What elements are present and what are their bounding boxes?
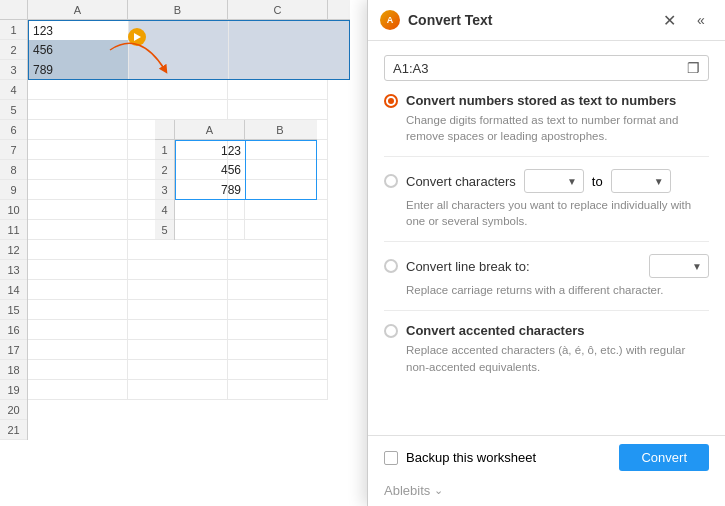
table-row — [28, 240, 350, 260]
result-row-nums: 1 2 3 4 5 — [155, 140, 175, 240]
table-row[interactable]: 123 — [28, 20, 350, 40]
option-convert-characters: Convert characters ▼ to ▼ Enter all char… — [384, 169, 709, 229]
row-num-2: 2 — [0, 40, 27, 60]
row-num-7: 7 — [0, 140, 27, 160]
convert-button[interactable]: Convert — [619, 444, 709, 471]
row-num-11: 11 — [0, 220, 27, 240]
cell-A2[interactable]: 456 — [29, 40, 129, 60]
result-col-headers: A B — [155, 120, 317, 140]
close-button[interactable]: ✕ — [657, 8, 681, 32]
col-headers: A B C — [0, 0, 350, 20]
back-button[interactable]: « — [689, 8, 713, 32]
table-row — [28, 80, 350, 100]
option-line-break: Convert line break to: ▼ Replace carriag… — [384, 254, 709, 298]
row-num-15: 15 — [0, 300, 27, 320]
cell-C3 — [229, 60, 329, 79]
row-num-9: 9 — [0, 180, 27, 200]
dialog-footer: Backup this worksheet Convert — [368, 435, 725, 479]
range-input-wrap[interactable]: ❐ — [384, 55, 709, 81]
result-cell-A3[interactable]: 789 — [176, 180, 246, 199]
result-rn-4: 4 — [155, 200, 174, 220]
table-row — [28, 300, 350, 320]
ablebits-label: Ablebits ⌄ — [384, 483, 443, 498]
table-row[interactable]: 789 — [28, 60, 350, 80]
result-cell-A1[interactable]: 123 — [176, 141, 246, 160]
col-B-header: B — [128, 0, 228, 19]
ablebits-dropdown-arrow-icon[interactable]: ⌄ — [434, 484, 443, 497]
option-accented: Convert accented characters Replace acce… — [384, 323, 709, 374]
to-label: to — [592, 174, 603, 189]
option-numbers-to-text: Convert numbers stored as text to number… — [384, 93, 709, 144]
option-4-desc: Replace accented characters (à, é, ô, et… — [384, 342, 709, 374]
divider-2 — [384, 241, 709, 242]
row-num-18: 18 — [0, 360, 27, 380]
dialog-title: Convert Text — [408, 12, 649, 28]
ablebits-footer: Ablebits ⌄ — [368, 479, 725, 506]
table-row — [28, 340, 350, 360]
radio-numbers-to-text[interactable] — [384, 94, 398, 108]
radio-convert-characters[interactable] — [384, 174, 398, 188]
result-cell-A4 — [175, 200, 245, 219]
result-cell-B2 — [246, 160, 316, 180]
radio-accented[interactable] — [384, 324, 398, 338]
chars-to-arrow-icon: ▼ — [654, 176, 664, 187]
result-rn-2: 2 — [155, 160, 174, 180]
row-num-6: 6 — [0, 120, 27, 140]
result-data-cols: 123 456 789 — [175, 140, 317, 240]
result-col-A-header: A — [175, 120, 245, 139]
range-input[interactable] — [393, 61, 687, 76]
result-cell-B4 — [245, 200, 315, 219]
line-break-dropdown[interactable]: ▼ — [649, 254, 709, 278]
convert-arrow-icon — [127, 27, 147, 47]
table-row — [28, 100, 350, 120]
range-select-icon[interactable]: ❐ — [687, 60, 700, 76]
option-4-row: Convert accented characters — [384, 323, 709, 338]
row-num-1: 1 — [0, 20, 27, 40]
result-cell-A5 — [175, 220, 245, 239]
chars-from-arrow-icon: ▼ — [567, 176, 577, 187]
chars-to-dropdown[interactable]: ▼ — [611, 169, 671, 193]
result-cell-B3 — [246, 180, 316, 199]
result-cell-B1 — [246, 141, 316, 160]
backup-checkbox-wrap: Backup this worksheet — [384, 450, 536, 465]
result-rn-1: 1 — [155, 140, 174, 160]
result-rows-wrap: 1 2 3 4 5 123 456 789 — [155, 140, 317, 240]
row-num-10: 10 — [0, 200, 27, 220]
result-row-1: 123 — [175, 140, 317, 160]
option-4-label: Convert accented characters — [406, 323, 584, 338]
result-row-3: 789 — [175, 180, 317, 200]
chars-from-dropdown[interactable]: ▼ — [524, 169, 584, 193]
row-num-3: 3 — [0, 60, 27, 80]
result-row-5 — [175, 220, 317, 240]
divider-3 — [384, 310, 709, 311]
backup-checkbox[interactable] — [384, 451, 398, 465]
option-3-desc: Replace carriage returns with a differen… — [384, 282, 709, 298]
row-num-12: 12 — [0, 240, 27, 260]
table-row — [28, 260, 350, 280]
cell-A1[interactable]: 123 — [29, 21, 129, 40]
option-1-label: Convert numbers stored as text to number… — [406, 93, 676, 108]
result-col-B-header: B — [245, 120, 315, 139]
option-2-label: Convert characters — [406, 174, 516, 189]
row-num-16: 16 — [0, 320, 27, 340]
cell-A4 — [28, 80, 128, 100]
cell-A3[interactable]: 789 — [29, 60, 129, 79]
option-1-row: Convert numbers stored as text to number… — [384, 93, 709, 108]
option-1-desc: Change digits formatted as text to numbe… — [384, 112, 709, 144]
row-num-19: 19 — [0, 380, 27, 400]
row-num-13: 13 — [0, 260, 27, 280]
result-rn-5: 5 — [155, 220, 174, 240]
option-3-row: Convert line break to: ▼ — [384, 254, 709, 278]
result-table-area: A B 1 2 3 4 5 123 456 — [155, 120, 317, 240]
option-2-desc: Enter all characters you want to replace… — [384, 197, 709, 229]
row-num-4: 4 — [0, 80, 27, 100]
table-row — [28, 380, 350, 400]
dialog-body: ❐ Convert numbers stored as text to numb… — [368, 41, 725, 435]
table-row[interactable]: 456 — [28, 40, 350, 60]
row-num-21: 21 — [0, 420, 27, 440]
convert-text-dialog: A Convert Text ✕ « ❐ Convert numbers sto… — [367, 0, 725, 506]
radio-line-break[interactable] — [384, 259, 398, 273]
result-cell-A2[interactable]: 456 — [176, 160, 246, 180]
row-num-8: 8 — [0, 160, 27, 180]
option-3-label: Convert line break to: — [406, 259, 530, 274]
